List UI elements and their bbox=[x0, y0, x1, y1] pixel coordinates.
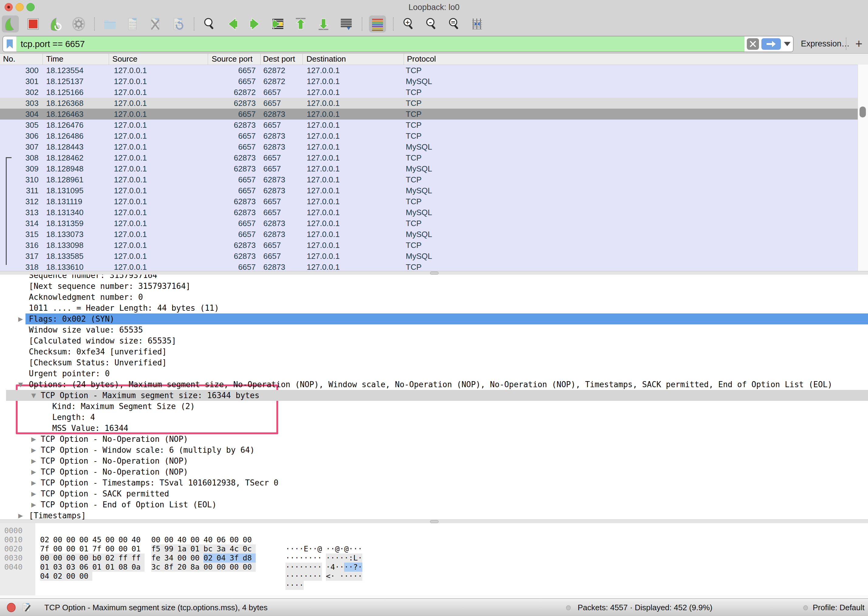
hex-bytes[interactable]: 04020000 bbox=[40, 572, 92, 581]
collapse-triangle-icon[interactable]: ▼ bbox=[18, 379, 23, 390]
detail-line[interactable]: Length: 4 bbox=[0, 412, 868, 423]
packet-row-307[interactable]: 30718.128443127.0.0.1 665762873127.0.0.1… bbox=[0, 141, 868, 152]
detail-line[interactable]: Acknowledgment number: 0 bbox=[0, 292, 868, 303]
go-back-icon[interactable] bbox=[224, 16, 241, 33]
save-file-icon[interactable]: 01010 01101 01110 bbox=[124, 16, 141, 33]
expand-triangle-icon[interactable]: ▶ bbox=[31, 488, 36, 499]
packet-row-301[interactable]: 30118.125137127.0.0.1 665762872127.0.0.1… bbox=[0, 76, 868, 87]
go-forward-icon[interactable] bbox=[247, 16, 264, 33]
capture-comment-icon[interactable]: 010 011 011 bbox=[21, 602, 32, 613]
column-header-protocol[interactable]: Protocol bbox=[404, 54, 868, 64]
stop-capture-icon[interactable] bbox=[25, 16, 42, 33]
close-file-icon[interactable]: 01010 01101 01110 bbox=[147, 16, 164, 33]
packet-row-303[interactable]: 30318.126368127.0.0.1 628736657127.0.0.1… bbox=[0, 98, 868, 108]
detail-line[interactable]: ▶Flags: 0x002 (SYN) bbox=[0, 313, 868, 324]
detail-line[interactable]: MSS Value: 16344 bbox=[0, 423, 868, 434]
column-header-destination[interactable]: Destination bbox=[303, 54, 404, 64]
go-to-packet-icon[interactable] bbox=[269, 16, 287, 33]
auto-scroll-icon[interactable] bbox=[338, 16, 355, 33]
detail-line[interactable]: Sequence number: 3157937164 bbox=[0, 275, 868, 281]
open-file-icon[interactable] bbox=[101, 16, 118, 33]
bookmark-icon[interactable] bbox=[3, 36, 16, 52]
column-header-time[interactable]: Time bbox=[43, 54, 109, 64]
packet-row-314[interactable]: 31418.131359127.0.0.1 665762873127.0.0.1… bbox=[0, 218, 868, 229]
expert-info-icon[interactable] bbox=[7, 603, 16, 612]
add-filter-button[interactable]: + bbox=[852, 34, 866, 53]
expand-triangle-icon[interactable]: ▶ bbox=[31, 445, 36, 456]
packet-row-304[interactable]: 30418.126463127.0.0.1 665762873127.0.0.1… bbox=[0, 108, 868, 119]
detail-line[interactable]: ▶TCP Option - No-Operation (NOP) bbox=[0, 456, 868, 467]
clear-filter-icon[interactable] bbox=[747, 38, 759, 50]
packet-row-310[interactable]: 31018.128961127.0.0.1 665762873127.0.0.1… bbox=[0, 174, 868, 185]
reload-file-icon[interactable]: 01010 01101 01110 bbox=[170, 16, 187, 33]
display-filter-field[interactable]: tcp.port == 6657 bbox=[2, 36, 794, 52]
zoom-in-icon[interactable]: + bbox=[400, 16, 417, 33]
detail-line[interactable]: ▼TCP Option - Maximum segment size: 1634… bbox=[0, 390, 868, 401]
hex-row-0010[interactable]: 0010 7f0000017f000001f5991a01bc3a4c0c ··… bbox=[0, 535, 868, 544]
packet-list-header[interactable]: No.TimeSourceSource portDest portDestina… bbox=[0, 54, 868, 65]
packet-row-313[interactable]: 31318.131340127.0.0.1 628736657127.0.0.1… bbox=[0, 207, 868, 218]
packet-row-311[interactable]: 31118.131095127.0.0.1 665762873127.0.0.1… bbox=[0, 185, 868, 196]
scrollbar-thumb[interactable] bbox=[860, 107, 866, 118]
packet-row-317[interactable]: 31718.133585127.0.0.1 628736657127.0.0.1… bbox=[0, 251, 868, 262]
expand-triangle-icon[interactable]: ▶ bbox=[31, 467, 36, 477]
detail-line[interactable]: [Calculated window size: 65535] bbox=[0, 335, 868, 346]
apply-filter-icon[interactable] bbox=[761, 38, 781, 50]
packet-row-308[interactable]: 30818.128462127.0.0.1 628736657127.0.0.1… bbox=[0, 152, 868, 163]
hex-ascii[interactable]: ···· bbox=[285, 581, 304, 590]
hex-row-0040[interactable]: 0040 04020000 ···· bbox=[0, 563, 868, 572]
packet-row-300[interactable]: 30018.123554127.0.0.1 665762872127.0.0.1… bbox=[0, 65, 868, 76]
collapse-triangle-icon[interactable]: ▼ bbox=[31, 390, 36, 401]
hex-row-0020[interactable]: 0020 00000000b002fffffe34000002043fd8 ··… bbox=[0, 544, 868, 553]
packet-row-318[interactable]: 31818.133610127.0.0.1 665762873127.0.0.1… bbox=[0, 262, 868, 271]
expand-triangle-icon[interactable]: ▶ bbox=[18, 313, 23, 324]
detail-line[interactable]: Window size value: 65535 bbox=[0, 324, 868, 335]
detail-line[interactable]: ▶TCP Option - No-Operation (NOP) bbox=[0, 434, 868, 445]
go-last-icon[interactable] bbox=[315, 16, 332, 33]
detail-line[interactable]: ▶TCP Option - End of Option List (EOL) bbox=[0, 499, 868, 510]
splitter-grip-icon[interactable] bbox=[430, 272, 439, 275]
packet-row-316[interactable]: 31618.133098127.0.0.1 628736657127.0.0.1… bbox=[0, 240, 868, 251]
expand-triangle-icon[interactable]: ▶ bbox=[31, 434, 36, 445]
zoom-100-icon[interactable]: = bbox=[446, 16, 463, 33]
detail-line[interactable]: ▶TCP Option - SACK permitted bbox=[0, 488, 868, 499]
detail-line[interactable]: ▶TCP Option - No-Operation (NOP) bbox=[0, 467, 868, 477]
filter-input[interactable]: tcp.port == 6657 bbox=[16, 36, 744, 52]
hex-ascii[interactable]: ········<· ····· bbox=[285, 572, 362, 581]
packet-row-309[interactable]: 30918.128948127.0.0.1 628736657127.0.0.1… bbox=[0, 163, 868, 174]
packet-row-302[interactable]: 30218.125166127.0.0.1 628726657127.0.0.1… bbox=[0, 87, 868, 98]
hex-row-0000[interactable]: 0000 02000000450000400000400040060000 ··… bbox=[0, 526, 868, 535]
detail-line[interactable]: Kind: Maximum Segment Size (2) bbox=[0, 401, 868, 412]
start-capture-icon[interactable] bbox=[2, 16, 19, 33]
column-header-source[interactable]: Source bbox=[109, 54, 208, 64]
resize-columns-icon[interactable] bbox=[469, 16, 486, 33]
expand-triangle-icon[interactable]: ▶ bbox=[18, 510, 23, 520]
packet-row-305[interactable]: 30518.126476127.0.0.1 628736657127.0.0.1… bbox=[0, 119, 868, 130]
expression-button[interactable]: Expression… bbox=[801, 34, 850, 53]
go-first-icon[interactable] bbox=[292, 16, 309, 33]
column-header-source-port[interactable]: Source port bbox=[208, 54, 261, 64]
detail-line[interactable]: [Checksum Status: Unverified] bbox=[0, 357, 868, 368]
detail-line[interactable]: [Next sequence number: 3157937164] bbox=[0, 281, 868, 292]
column-header-dest-port[interactable]: Dest port bbox=[261, 54, 303, 64]
expand-triangle-icon[interactable]: ▶ bbox=[31, 477, 36, 488]
detail-line[interactable]: 1011 .... = Header Length: 44 bytes (11) bbox=[0, 303, 868, 313]
zoom-out-icon[interactable]: – bbox=[423, 16, 440, 33]
detail-line[interactable]: Urgent pointer: 0 bbox=[0, 368, 868, 379]
capture-options-icon[interactable] bbox=[70, 16, 87, 33]
detail-line[interactable]: Checksum: 0xfe34 [unverified] bbox=[0, 346, 868, 357]
expand-triangle-icon[interactable]: ▶ bbox=[31, 456, 36, 467]
column-header-no-[interactable]: No. bbox=[0, 54, 43, 64]
restart-capture-icon[interactable] bbox=[47, 16, 65, 33]
packet-row-312[interactable]: 31218.131119127.0.0.1 628736657127.0.0.1… bbox=[0, 196, 868, 207]
detail-line[interactable]: ▶TCP Option - Timestamps: TSval 10160129… bbox=[0, 477, 868, 488]
status-profile[interactable]: Profile: Default bbox=[813, 599, 865, 616]
status-grip-icon[interactable] bbox=[566, 605, 571, 610]
detail-line[interactable]: ▶TCP Option - Window scale: 6 (multiply … bbox=[0, 445, 868, 456]
find-packet-icon[interactable] bbox=[201, 16, 218, 33]
hex-row-0030[interactable]: 0030 010303060101080a3c8f208a00000000 ··… bbox=[0, 553, 868, 563]
detail-line[interactable]: ▶[Timestamps] bbox=[0, 510, 868, 520]
detail-line[interactable]: ▼Options: (24 bytes), Maximum segment si… bbox=[0, 379, 868, 390]
splitter-grip-icon[interactable] bbox=[430, 520, 439, 523]
colorize-icon[interactable] bbox=[369, 16, 386, 33]
